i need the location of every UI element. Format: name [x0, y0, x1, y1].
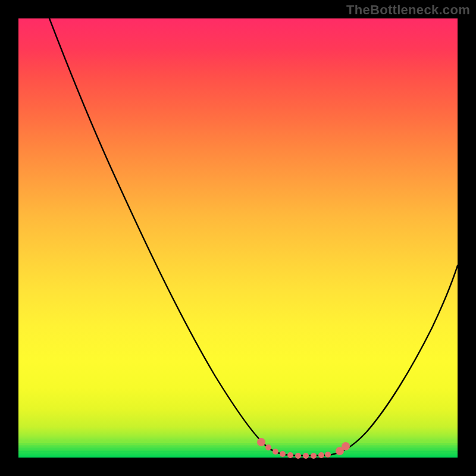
marker-dot [325, 452, 331, 458]
marker-dot [303, 453, 309, 459]
marker-dot [287, 452, 293, 458]
marker-dot [280, 451, 286, 457]
marker-dot [257, 438, 265, 446]
watermark-text: TheBottleneck.com [346, 2, 470, 18]
marker-dot [265, 444, 271, 450]
chart-frame: TheBottleneck.com [0, 0, 476, 476]
marker-dot [295, 453, 301, 459]
marker-layer [18, 18, 458, 458]
marker-dot [273, 449, 278, 455]
plot-area [18, 18, 458, 458]
marker-dot [311, 453, 317, 459]
marker-dot [318, 452, 324, 458]
marker-dot [342, 442, 350, 450]
